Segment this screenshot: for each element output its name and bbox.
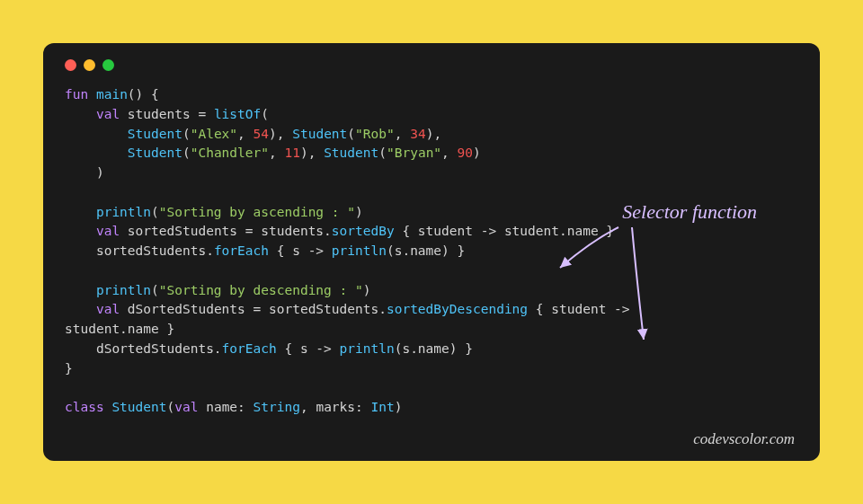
str-alex: "Alex" xyxy=(191,127,237,141)
param: , marks: xyxy=(300,400,371,414)
paren: ( xyxy=(378,146,387,160)
num-11: 11 xyxy=(284,146,299,160)
fn-println: println xyxy=(96,205,151,219)
fn-listof: listOf xyxy=(214,107,261,121)
paren: ( xyxy=(261,107,269,121)
keyword-val: val xyxy=(96,224,120,238)
str-chandler: "Chandler" xyxy=(191,146,269,160)
paren: ), xyxy=(300,146,324,160)
fn-println: println xyxy=(332,243,387,258)
close-icon xyxy=(65,59,76,71)
comma: , xyxy=(395,127,410,141)
num-54: 54 xyxy=(254,127,269,141)
comma: , xyxy=(441,146,457,160)
keyword-val: val xyxy=(96,302,120,316)
comma: , xyxy=(269,146,284,160)
fn-sortedbydesc: sortedByDescending xyxy=(387,302,528,316)
watermark: codevscolor.com xyxy=(693,430,795,448)
lambda: { student -> student.name } xyxy=(395,224,614,238)
var-students: students = xyxy=(128,107,214,121)
paren: ( xyxy=(182,127,191,141)
keyword-class: class xyxy=(65,400,104,414)
num-34: 34 xyxy=(410,127,425,141)
keyword-val: val xyxy=(174,400,198,414)
paren: ), xyxy=(269,127,292,141)
comma: , xyxy=(237,127,253,141)
param: name: xyxy=(198,400,253,414)
lambda-cont: student.name } xyxy=(65,322,174,336)
var-sorted: sortedStudents = students. xyxy=(120,224,332,238)
paren: ) xyxy=(96,165,104,180)
type-int: Int xyxy=(371,400,395,414)
expr: dSortedStudents. xyxy=(96,341,222,356)
type-string: String xyxy=(254,400,300,414)
fn-sortedby: sortedBy xyxy=(332,224,395,238)
fn-println: println xyxy=(96,283,151,297)
fn-println: println xyxy=(340,341,395,356)
cls-student: Student xyxy=(292,127,347,141)
paren: ), xyxy=(426,127,441,141)
paren: () { xyxy=(128,87,159,102)
maximize-icon xyxy=(102,59,114,71)
paren: ( xyxy=(151,205,159,219)
cls-student: Student xyxy=(128,127,182,141)
paren: ) xyxy=(395,400,403,414)
paren: ) xyxy=(355,205,363,219)
window-controls xyxy=(65,59,798,71)
str-asc: "Sorting by ascending : " xyxy=(159,205,355,219)
keyword-fun: fun xyxy=(65,87,88,102)
paren: ( xyxy=(167,400,175,414)
brace: } xyxy=(65,361,73,376)
str-bryan: "Bryan" xyxy=(387,146,441,160)
lambda: { student -> xyxy=(528,302,630,316)
lambda: { s -> xyxy=(269,243,332,258)
lambda: { s -> xyxy=(277,341,340,356)
cls-student: Student xyxy=(128,146,182,160)
cls-student: Student xyxy=(111,400,166,414)
str-desc: "Sorting by descending : " xyxy=(159,283,363,297)
expr: sortedStudents. xyxy=(96,243,214,258)
args: (s.name) } xyxy=(387,243,465,258)
fn-foreach: forEach xyxy=(222,341,277,356)
num-90: 90 xyxy=(458,146,473,160)
paren: ) xyxy=(473,146,481,160)
paren: ) xyxy=(363,283,371,297)
str-rob: "Rob" xyxy=(355,127,395,141)
code-terminal: fun main() { val students = listOf( Stud… xyxy=(43,43,820,461)
code-block: fun main() { val students = listOf( Stud… xyxy=(65,85,798,418)
paren: ( xyxy=(151,283,159,297)
fn-main: main xyxy=(96,87,128,102)
var-dsorted: dSortedStudents = sortedStudents. xyxy=(120,302,387,316)
paren: ( xyxy=(347,127,355,141)
minimize-icon xyxy=(84,59,95,71)
args: (s.name) } xyxy=(395,341,473,356)
cls-student: Student xyxy=(324,146,378,160)
paren: ( xyxy=(182,146,191,160)
keyword-val: val xyxy=(96,107,120,121)
fn-foreach: forEach xyxy=(214,243,269,258)
